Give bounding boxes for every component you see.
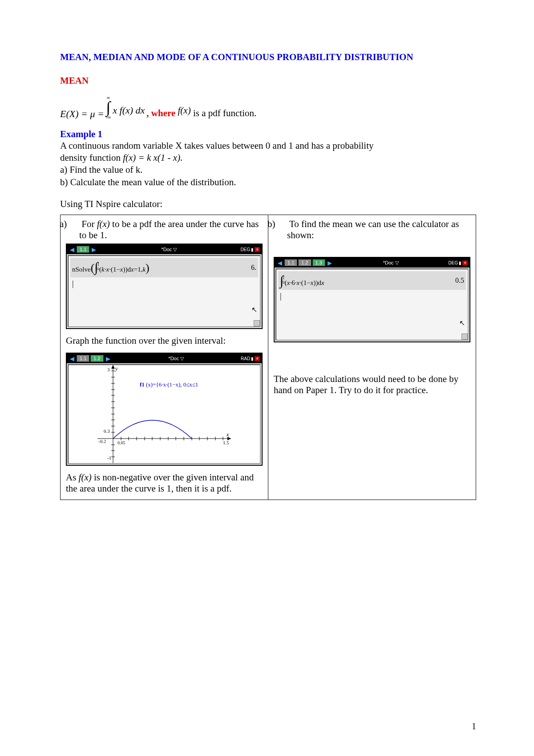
svg-marker-39 [111, 365, 115, 369]
mode-indicator: DEG [240, 247, 250, 252]
mode-indicator: RAD [241, 356, 250, 361]
where-label: , where [146, 108, 178, 118]
pointer-icon: ↖ [251, 305, 257, 314]
col-a-letter: a) [69, 219, 79, 230]
calc-screen: nSolve(∫10(k·x·(1−x))dx=1,k) 6. | ↖ [68, 255, 261, 327]
using-line: Using TI Nspire calculator: [60, 198, 476, 210]
doc-label: *Doc ▽ [334, 260, 448, 266]
svg-text:0.3: 0.3 [104, 428, 110, 434]
svg-text:-1: -1 [107, 455, 111, 460]
example-line1: A continuous random variable X takes val… [60, 140, 373, 151]
calc-output: 6. [251, 264, 256, 272]
col-b-note: The above calculations would need to be … [274, 374, 470, 396]
col-a-note1: Graph the function over the given interv… [66, 335, 263, 346]
calc-tab: 1.1 [284, 259, 297, 266]
cursor-icon: | [70, 279, 258, 289]
integral-sign-icon: ∫ [106, 100, 111, 114]
example-line2a: density function [60, 152, 123, 163]
calc-titlebar: ◀ 1.1 ▶ *Doc ▽ DEG ▮ × [67, 244, 262, 254]
calc-tab: 1.2 [90, 355, 103, 362]
calc-titlebar: ◀ 1.1 1.2 ▶ *Doc ▽ RAD ▮ × [67, 354, 262, 363]
page: MEAN, MEDIAN AND MODE OF A CONTINUOUS PR… [0, 0, 534, 756]
example-part-a: a) Find the value of k. [60, 164, 142, 175]
int-lower: -∞ [106, 115, 111, 120]
calc-tab: 1.3 [312, 259, 325, 266]
two-column-table: a) For f(x) to be a pdf the area under t… [60, 215, 476, 500]
column-a: a) For f(x) to be a pdf the area under t… [61, 215, 268, 500]
svg-text:0.05: 0.05 [117, 440, 125, 445]
scroll-handle [461, 333, 468, 340]
col-b-heading-text: To find the mean we can use the calculat… [287, 219, 459, 240]
nav-right-icon: ▶ [105, 355, 112, 362]
where-tail: is a pdf function. [193, 108, 256, 118]
svg-text:1.5: 1.5 [223, 440, 229, 445]
col-a-heading: a) For f(x) to be a pdf the area under t… [66, 219, 263, 241]
svg-text:(x)={6·x·(1−x), 0≤x≤1: (x)={6·x·(1−x), 0≤x≤1 [146, 381, 198, 388]
fx-symbol: f(x) [178, 105, 191, 116]
parabola-chart: y 3 0.3 -0.2 0.05 1.5 x -1 f1 (x)={6·x·(… [69, 365, 260, 463]
graph-screen: y 3 0.3 -0.2 0.05 1.5 x -1 f1 (x)={6·x·(… [68, 364, 261, 464]
nav-left-icon: ◀ [69, 355, 76, 362]
cursor-icon: | [278, 292, 466, 301]
nav-right-icon: ▶ [326, 260, 333, 266]
svg-text:-0.2: -0.2 [98, 439, 106, 444]
nav-right-icon: ▶ [90, 246, 97, 253]
calc-tab: 1.1 [77, 355, 89, 362]
calculator-screenshot-graph: ◀ 1.1 1.2 ▶ *Doc ▽ RAD ▮ × [66, 353, 263, 466]
svg-text:3: 3 [107, 367, 110, 372]
svg-text:x: x [226, 431, 229, 438]
example-heading: Example 1 [60, 129, 476, 140]
calc-titlebar: ◀ 1.1 1.2 1.3 ▶ *Doc ▽ DEG ▮ × [275, 258, 469, 268]
nav-left-icon: ◀ [69, 246, 76, 253]
section-heading-mean: MEAN [60, 75, 476, 86]
page-title: MEAN, MEDIAN AND MODE OF A CONTINUOUS PR… [60, 51, 476, 63]
calculator-screenshot-mean: ◀ 1.1 1.2 1.3 ▶ *Doc ▽ DEG ▮ × [274, 257, 470, 342]
page-number: 1 [472, 721, 476, 732]
col-a-note2: As f(x) is non-negative over the given i… [66, 472, 263, 494]
svg-text:y: y [115, 366, 118, 372]
doc-label: *Doc ▽ [98, 247, 239, 252]
close-icon: × [255, 247, 260, 252]
formula-mean: E(X) = μ = ∞ ∫ -∞ x f(x) dx , where f(x)… [60, 95, 476, 119]
doc-label: *Doc ▽ [113, 356, 240, 362]
battery-icon: ▮ [459, 260, 461, 265]
calc-tab: 1.1 [77, 246, 89, 253]
calc-screen: ∫10(x·6·x·(1−x))dx 0.5 | ↖ [275, 268, 469, 341]
pointer-icon: ↖ [459, 319, 465, 327]
calc-tab: 1.2 [298, 259, 311, 266]
nav-left-icon: ◀ [276, 260, 283, 266]
close-icon: × [255, 356, 260, 361]
calc-output: 0.5 [455, 276, 464, 285]
example-part-b: b) Calculate the mean value of the distr… [60, 177, 236, 187]
close-icon: × [462, 260, 468, 265]
example-text: A continuous random variable X takes val… [60, 140, 476, 188]
example-fx-def: f(x) = k x(1 - x). [123, 152, 182, 163]
column-b: b) To find the mean we can use the calcu… [268, 215, 476, 500]
formula-lhs: E(X) = μ = [60, 108, 104, 120]
battery-icon: ▮ [251, 356, 254, 361]
col-b-letter: b) [277, 219, 287, 230]
mode-indicator: DEG [448, 260, 458, 265]
battery-icon: ▮ [251, 247, 254, 252]
formula-integrand: x f(x) dx [113, 105, 145, 116]
fn-label: f1 [140, 381, 145, 388]
scroll-handle [254, 320, 260, 326]
calculator-screenshot-solve: ◀ 1.1 ▶ *Doc ▽ DEG ▮ × nSolve( [66, 244, 263, 329]
svg-marker-40 [227, 437, 231, 440]
col-b-heading: b) To find the mean we can use the calcu… [274, 219, 470, 241]
